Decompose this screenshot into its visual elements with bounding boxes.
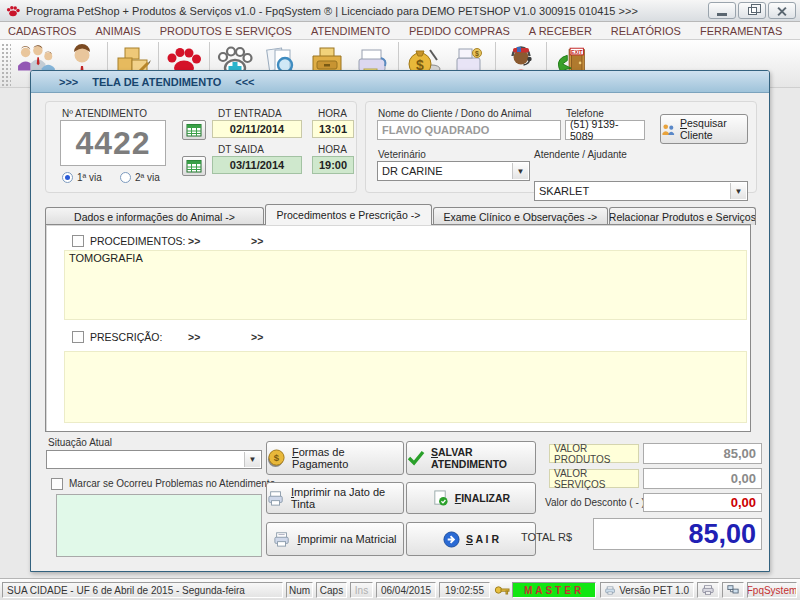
situacao-atual-select[interactable]: ▼: [46, 450, 262, 469]
hora-saida-field[interactable]: 19:00: [312, 156, 354, 174]
application: Programa PetShop + Produtos & Serviços v…: [0, 0, 800, 600]
dt-saida-field[interactable]: 03/11/2014: [212, 156, 302, 174]
status-bar: SUA CIDADE - UF 6 de Abril de 2015 - Seg…: [0, 578, 800, 600]
radio-circle: [120, 172, 131, 183]
valor-servicos-field[interactable]: 0,00: [643, 468, 762, 489]
dt-entrada-field[interactable]: 02/11/2014: [212, 120, 302, 138]
menu-atendimento[interactable]: ATENDIMENTO: [311, 25, 390, 37]
hora-entrada-field[interactable]: 13:01: [312, 120, 354, 138]
valor-servicos-label: VALOR SERVIÇOS: [549, 469, 639, 488]
problemas-obs-textarea[interactable]: [56, 494, 262, 557]
close-button[interactable]: [768, 2, 796, 19]
imprimir-jato-button[interactable]: Imprimir na Jato de Tinta: [266, 482, 404, 514]
tela-atendimento-body: Nº ATENDIMENTO 4422 1ª via 2ª via DT ENT…: [31, 93, 769, 571]
app-paw-icon: [6, 4, 20, 18]
toolbar-drag-handle[interactable]: [1, 43, 11, 87]
tab-exame-clinico[interactable]: Exame Clínico e Observações ->: [433, 207, 608, 225]
prescricao-checkbox[interactable]: [72, 331, 84, 343]
prescricao-arrow-1[interactable]: >>: [188, 331, 200, 343]
tab-relacionar-produtos[interactable]: Relacionar Produtos e Serviços: [609, 207, 756, 225]
radio-primeira-via[interactable]: 1ª via: [62, 172, 102, 183]
chevron-down-icon[interactable]: ▼: [512, 163, 528, 179]
status-brand: FpqSystem: [747, 582, 797, 598]
tab-procedimentos-prescricao[interactable]: Procedimentos e Prescrição ->: [265, 204, 432, 225]
chevron-down-icon[interactable]: ▼: [244, 452, 260, 467]
printer-small-icon: [702, 584, 714, 596]
telefone-field[interactable]: (51) 9139-5089: [565, 120, 645, 140]
menu-relatorios[interactable]: RELATÓRIOS: [611, 25, 681, 37]
status-network[interactable]: [722, 582, 744, 598]
imprimir-matricial-button[interactable]: Imprimir na Matricial: [266, 522, 404, 556]
chevron-down-icon[interactable]: ▼: [730, 183, 746, 199]
veterinario-select[interactable]: DR CARINE ▼: [377, 161, 530, 181]
status-location: SUA CIDADE - UF 6 de Abril de 2015 - Seg…: [2, 582, 283, 598]
printer-icon: [267, 490, 285, 506]
procedimentos-textarea[interactable]: TOMOGRAFIA: [64, 250, 747, 320]
window-controls: [708, 2, 796, 19]
restore-icon: [748, 7, 757, 15]
total-field[interactable]: 85,00: [593, 518, 762, 550]
menu-cadastros[interactable]: CADASTROS: [8, 25, 76, 37]
sair-button[interactable]: S A I R: [406, 522, 536, 556]
finalizar-button[interactable]: FINALIZAR: [406, 482, 536, 514]
dt-entrada-label: DT ENTRADA: [218, 108, 282, 119]
atendimento-group: Nº ATENDIMENTO 4422 1ª via 2ª via DT ENT…: [45, 101, 357, 193]
menu-ferramentas[interactable]: FERRAMENTAS: [700, 25, 782, 37]
procedimentos-arrow-2[interactable]: >>: [251, 235, 263, 247]
menu-produtos-servicos[interactable]: PRODUTOS E SERVIÇOS: [160, 25, 292, 37]
close-icon: [777, 6, 787, 16]
title-arrows-left: >>>: [59, 76, 78, 88]
atendente-select[interactable]: SKARLET ▼: [534, 181, 748, 201]
problemas-label: Marcar se Ocorreu Problemas no Atendimen…: [69, 478, 275, 489]
segunda-via-label: 2ª via: [135, 172, 160, 183]
tab-strip: Dados e informações do Animal -> Procedi…: [45, 204, 757, 225]
svg-text:$: $: [475, 50, 479, 58]
pesquisar-cliente-button[interactable]: Pesquisar Cliente: [660, 114, 748, 144]
prescricao-arrow-2[interactable]: >>: [251, 331, 263, 343]
imprimir-jato-label: Imprimir na Jato de Tinta: [291, 486, 403, 510]
dt-saida-label: DT SAIDA: [218, 144, 264, 155]
nome-cliente-field[interactable]: FLAVIO QUADRADO: [377, 120, 561, 140]
window-title: TELA DE ATENDIMENTO: [92, 76, 221, 88]
menu-pedido-compras[interactable]: PEDIDO COMPRAS: [409, 25, 510, 37]
valor-produtos-field[interactable]: 85,00: [643, 443, 762, 464]
tab-dados-animal[interactable]: Dados e informações do Animal ->: [45, 207, 264, 225]
salvar-atendimento-label: SALVAR ATENDIMENTO: [431, 446, 535, 470]
app-title: Programa PetShop + Produtos & Serviços v…: [26, 5, 638, 17]
calendario-entrada-button[interactable]: [182, 120, 206, 140]
tela-atendimento-title-bar[interactable]: >>> TELA DE ATENDIMENTO <<<: [31, 71, 769, 93]
restore-button[interactable]: [738, 2, 766, 19]
hora-saida-label: HORA: [318, 144, 347, 155]
menu-a-receber[interactable]: A RECEBER: [529, 25, 592, 37]
printer-icon: [273, 531, 291, 547]
radio-circle: [62, 172, 73, 183]
document-check-icon: [432, 490, 449, 507]
blue-arrow-icon: [443, 531, 460, 548]
salvar-atendimento-button[interactable]: SALVAR ATENDIMENTO: [406, 441, 536, 475]
procedimentos-checkbox[interactable]: [72, 235, 84, 247]
status-time: 19:02:55: [439, 582, 490, 598]
menu-animais[interactable]: ANIMAIS: [95, 25, 140, 37]
atendente-value: SKARLET: [539, 185, 589, 197]
numero-atendimento-value[interactable]: 4422: [60, 120, 166, 166]
veterinario-value: DR CARINE: [382, 165, 443, 177]
status-ins: Ins: [350, 582, 373, 598]
minimize-button[interactable]: [708, 2, 736, 19]
formas-pagamento-button[interactable]: $ Formas de Pagamento: [266, 441, 404, 475]
valor-desconto-field[interactable]: 0,00: [643, 493, 762, 512]
status-printer[interactable]: [697, 582, 719, 598]
problemas-checkbox[interactable]: [51, 478, 63, 490]
coin-icon: $: [267, 449, 286, 468]
prescricao-textarea[interactable]: [64, 351, 747, 423]
procedimentos-arrow-1[interactable]: >>: [188, 235, 200, 247]
primeira-via-label: 1ª via: [77, 172, 102, 183]
pesquisar-cliente-label: Pesquisar Cliente: [680, 117, 747, 141]
finalizar-label: FINALIZAR: [455, 492, 510, 504]
valor-produtos-label: VALOR PRODUTOS: [549, 444, 639, 463]
status-user-badge: MASTER: [512, 582, 596, 598]
cliente-group: Nome do Cliente / Dono do Animal FLAVIO …: [365, 101, 757, 193]
radio-segunda-via[interactable]: 2ª via: [120, 172, 160, 183]
printer-small-icon: [605, 585, 615, 596]
calendario-saida-button[interactable]: [182, 156, 206, 176]
veterinario-label: Veterinário: [378, 149, 426, 160]
